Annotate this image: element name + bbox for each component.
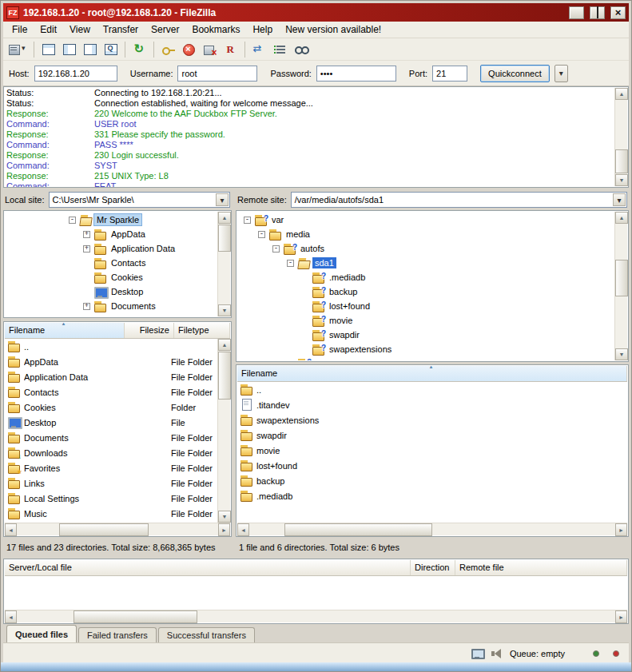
speaker-icon[interactable] [490, 648, 503, 659]
tree-item-backup[interactable]: backup [237, 284, 614, 299]
toolbar-reconnect-button[interactable] [221, 40, 240, 58]
file-row-movie[interactable]: movie [237, 443, 627, 458]
tree-item-autofs[interactable]: -autofs [237, 241, 614, 256]
tree-item-swapextensions[interactable]: swapextensions [237, 342, 614, 356]
local-tree-scrollbar-thumb[interactable] [218, 225, 231, 252]
tree-item-mediadb[interactable]: .mediadb [237, 270, 614, 284]
username-input[interactable] [177, 66, 257, 82]
file-row-parent-dir[interactable]: .. [237, 382, 627, 397]
tree-item-var[interactable]: -var [237, 213, 614, 227]
column-header-filesize[interactable]: Filesize [125, 323, 174, 338]
scroll-up-icon[interactable] [218, 212, 231, 224]
tree-item-contacts[interactable]: Contacts [5, 256, 217, 270]
file-row-mediadb[interactable]: .mediadb [237, 488, 627, 503]
column-header-filetype[interactable]: Filetype [174, 323, 230, 338]
file-row-titandev[interactable]: .titandev [237, 397, 627, 412]
file-row-favorites[interactable]: FavoritesFile Folder [5, 460, 217, 475]
tree-item-application-data[interactable]: +Application Data [5, 241, 217, 256]
scroll-right-icon[interactable] [615, 610, 627, 623]
toolbar-site-manager-button[interactable] [6, 40, 30, 58]
tree-expander-icon[interactable]: + [83, 231, 90, 238]
file-row-swapextensions[interactable]: swapextensions [237, 412, 627, 427]
scroll-down-icon[interactable] [615, 348, 628, 360]
tree-expander-icon[interactable]: - [272, 245, 280, 252]
scroll-up-icon[interactable] [615, 88, 628, 100]
column-header-remote-file[interactable]: Remote file [455, 560, 627, 575]
quickconnect-button[interactable]: Quickconnect [480, 65, 550, 82]
title-bar[interactable]: FZ 192.168.1.20 - root@192.168.1.20 - Fi… [3, 3, 629, 22]
scroll-right-icon[interactable] [218, 523, 230, 536]
queue-hscrollbar-thumb[interactable] [74, 610, 198, 623]
scroll-right-icon[interactable] [615, 523, 627, 536]
toolbar-synchronized-browsing-button[interactable] [270, 40, 290, 58]
file-row-documents[interactable]: DocumentsFile Folder [5, 430, 217, 445]
port-input[interactable] [432, 66, 467, 82]
file-row-appdata[interactable]: AppDataFile Folder [5, 354, 217, 369]
file-row-desktop[interactable]: DesktopFile [5, 415, 217, 430]
scroll-left-icon[interactable] [237, 523, 249, 536]
tree-expander-icon[interactable]: - [258, 231, 265, 238]
combo-dropdown-icon[interactable] [613, 193, 626, 206]
local-site-combo[interactable]: C:\Users\Mr Sparkle\ [49, 192, 230, 208]
scroll-down-icon[interactable] [218, 304, 231, 316]
tab-successful-transfers[interactable]: Successful transfers [158, 627, 255, 642]
menu-item-server[interactable]: Server [145, 22, 185, 38]
menu-item-new-version-available[interactable]: New version available! [279, 22, 388, 38]
file-row-swapdir[interactable]: swapdir [237, 427, 627, 443]
toolbar-refresh-button[interactable] [129, 40, 149, 58]
tab-queued-files[interactable]: Queued files [6, 625, 77, 642]
tree-item-documents[interactable]: +Documents [5, 299, 217, 313]
local-list-scrollbar-thumb[interactable] [218, 352, 231, 400]
remote-list-hscrollbar-thumb[interactable] [284, 523, 432, 536]
file-row-lost-found[interactable]: lost+found [237, 458, 627, 473]
tree-expander-icon[interactable]: - [287, 260, 294, 267]
scroll-up-icon[interactable] [218, 339, 231, 351]
local-list-hscrollbar-thumb[interactable] [59, 523, 149, 536]
menu-item-file[interactable]: File [6, 22, 34, 38]
tree-item-media[interactable]: -media [237, 227, 614, 241]
file-row-downloads[interactable]: DownloadsFile Folder [5, 445, 217, 460]
remote-tree-scrollbar[interactable] [614, 212, 627, 360]
file-row-local-settings[interactable]: Local SettingsFile Folder [5, 491, 217, 506]
menu-item-transfer[interactable]: Transfer [97, 22, 145, 38]
scroll-left-icon[interactable] [5, 523, 17, 536]
tree-item-movie[interactable]: movie [237, 313, 614, 328]
column-header-direction[interactable]: Direction [411, 560, 455, 575]
menu-item-help[interactable]: Help [246, 22, 279, 38]
toolbar-toggle-log-button[interactable] [38, 40, 58, 58]
toolbar-find-files-button[interactable] [291, 40, 311, 58]
tree-item-dvd[interactable]: dvd [237, 356, 614, 360]
tree-item-cookies[interactable]: Cookies [5, 270, 217, 284]
maximize-button[interactable] [590, 6, 605, 19]
quickconnect-dropdown-button[interactable] [554, 65, 568, 82]
file-row-links[interactable]: LinksFile Folder [5, 475, 217, 491]
close-button[interactable] [610, 6, 626, 19]
remote-site-combo[interactable]: /var/media/autofs/sda1 [291, 192, 627, 208]
log-scrollbar[interactable] [614, 88, 627, 186]
tree-expander-icon[interactable]: - [69, 217, 76, 224]
local-tree-scrollbar[interactable] [217, 212, 230, 316]
toolbar-cancel-button[interactable] [179, 40, 199, 58]
column-header-server-local-file[interactable]: Server/Local file [5, 560, 411, 575]
log-scrollbar-thumb[interactable] [615, 149, 628, 173]
tree-item-mr-sparkle[interactable]: -Mr Sparkle [5, 213, 217, 227]
computer-icon[interactable] [471, 648, 483, 659]
host-input[interactable] [34, 66, 117, 82]
file-row-cookies[interactable]: CookiesFolder [5, 400, 217, 415]
tree-expander-icon[interactable]: - [244, 217, 251, 224]
remote-list-hscrollbar[interactable] [237, 523, 627, 535]
scroll-down-icon[interactable] [218, 511, 231, 523]
tree-item-sda1[interactable]: -sda1 [237, 256, 614, 270]
tree-item-appdata[interactable]: +AppData [5, 227, 217, 241]
password-input[interactable] [316, 66, 396, 82]
file-row-music[interactable]: MusicFile Folder [5, 506, 217, 521]
menu-item-view[interactable]: View [63, 22, 97, 38]
column-header-filename[interactable]: Filename▲ [5, 323, 125, 338]
scroll-left-icon[interactable] [5, 610, 17, 623]
tree-item-swapdir[interactable]: swapdir [237, 328, 614, 342]
local-list-hscrollbar[interactable] [5, 523, 230, 535]
file-row-parent-dir[interactable]: .. [5, 339, 217, 354]
menu-item-bookmarks[interactable]: Bookmarks [185, 22, 246, 38]
toolbar-process-queue-button[interactable] [158, 40, 178, 58]
toolbar-disconnect-button[interactable] [200, 40, 220, 58]
